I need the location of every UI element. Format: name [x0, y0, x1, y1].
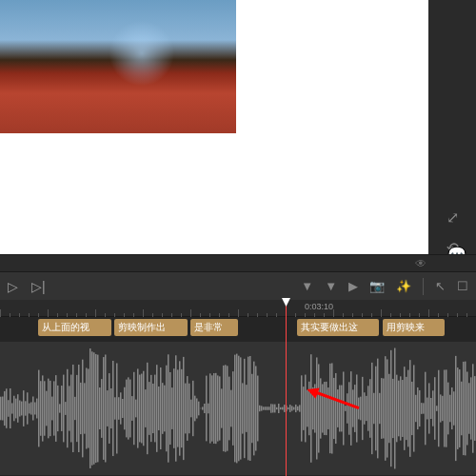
svg-rect-140	[267, 407, 268, 410]
visibility-icon[interactable]: 👁	[415, 257, 426, 270]
playhead[interactable]	[286, 300, 287, 476]
svg-rect-21	[40, 381, 42, 436]
effects-icon[interactable]: ✨	[396, 279, 411, 293]
svg-rect-201	[383, 379, 385, 439]
svg-rect-246	[468, 383, 470, 434]
svg-rect-147	[280, 407, 282, 409]
marker-down-icon[interactable]: ▼	[301, 279, 313, 293]
svg-rect-175	[333, 378, 335, 439]
svg-rect-197	[375, 367, 377, 451]
svg-rect-141	[268, 407, 270, 409]
svg-rect-151	[288, 407, 289, 409]
svg-rect-163	[310, 354, 312, 463]
subtitle-clip[interactable]: 是非常	[190, 319, 238, 336]
svg-rect-167	[318, 364, 320, 452]
svg-rect-28	[53, 381, 55, 435]
svg-rect-120	[228, 377, 230, 441]
svg-rect-138	[263, 407, 265, 409]
svg-rect-60	[114, 397, 116, 419]
subtitle-clip[interactable]: 其实要做出这	[297, 319, 379, 336]
svg-rect-234	[446, 369, 447, 446]
expand-icon[interactable]: ⤢	[443, 208, 462, 227]
svg-rect-99	[188, 384, 190, 433]
svg-rect-180	[343, 371, 345, 445]
play-controls: ▷ ▷|	[0, 279, 46, 294]
svg-rect-203	[387, 359, 388, 457]
preview-frame	[0, 0, 236, 133]
subtitle-clip[interactable]: 从上面的视	[38, 319, 111, 336]
svg-rect-65	[124, 387, 126, 430]
svg-rect-128	[244, 359, 246, 458]
svg-rect-66	[126, 380, 128, 438]
svg-rect-204	[388, 374, 390, 443]
svg-rect-159	[303, 387, 305, 430]
svg-rect-239	[455, 356, 457, 461]
svg-rect-155	[295, 405, 297, 412]
svg-rect-206	[392, 379, 394, 438]
svg-rect-125	[238, 356, 240, 462]
snapshot-icon[interactable]: 📷	[369, 279, 385, 293]
timeline-area[interactable]: 0:03:10 从上面的视剪映制作出是非常其实要做出这用剪映来	[0, 300, 476, 476]
preview-area	[0, 0, 428, 254]
svg-rect-124	[236, 354, 238, 464]
svg-rect-123	[234, 355, 236, 463]
svg-rect-205	[390, 350, 392, 466]
svg-rect-51	[97, 355, 99, 463]
svg-rect-24	[46, 391, 48, 426]
svg-rect-158	[301, 375, 303, 441]
svg-rect-107	[204, 404, 206, 413]
waveform-track[interactable]	[0, 342, 476, 475]
svg-rect-25	[48, 379, 50, 439]
marker-down2-icon[interactable]: ▼	[325, 279, 337, 293]
subtitle-clip[interactable]: 剪映制作出	[114, 319, 188, 336]
play-button[interactable]: ▷	[8, 279, 18, 294]
svg-rect-144	[274, 405, 276, 413]
svg-rect-127	[242, 383, 244, 433]
svg-rect-91	[173, 368, 175, 448]
svg-rect-62	[118, 397, 120, 420]
svg-rect-242	[461, 382, 463, 435]
svg-rect-48	[91, 351, 93, 465]
svg-rect-134	[255, 366, 257, 450]
svg-rect-237	[451, 387, 453, 429]
svg-rect-5	[10, 388, 11, 428]
annotation-arrow	[314, 390, 362, 393]
svg-rect-233	[444, 369, 446, 446]
svg-rect-240	[457, 367, 459, 449]
svg-rect-11	[21, 402, 23, 416]
svg-rect-61	[116, 364, 118, 454]
edit-tool-icon[interactable]: ☐	[457, 279, 468, 293]
svg-rect-92	[175, 355, 177, 461]
marker-right-icon[interactable]: ▶	[348, 279, 358, 293]
svg-rect-146	[278, 404, 280, 413]
subtitle-clip[interactable]: 用剪映来	[383, 319, 445, 336]
next-frame-button[interactable]: ▷|	[31, 279, 46, 294]
svg-rect-42	[80, 383, 82, 434]
svg-rect-166	[316, 357, 318, 459]
svg-rect-44	[84, 383, 86, 433]
svg-rect-45	[86, 367, 88, 448]
svg-rect-8	[15, 399, 17, 419]
svg-rect-213	[406, 377, 407, 440]
mid-bar: 👁	[0, 254, 476, 271]
svg-rect-67	[128, 377, 129, 439]
svg-rect-83	[158, 387, 160, 430]
svg-rect-148	[282, 407, 284, 410]
svg-rect-49	[93, 352, 95, 465]
svg-rect-26	[50, 381, 51, 436]
svg-rect-98	[187, 376, 188, 441]
svg-rect-248	[472, 364, 474, 452]
svg-rect-47	[89, 348, 91, 468]
svg-rect-117	[223, 366, 225, 451]
clips-track[interactable]: 从上面的视剪映制作出是非常其实要做出这用剪映来	[0, 319, 476, 338]
select-tool-icon[interactable]: ↖	[435, 279, 446, 293]
svg-rect-236	[449, 395, 451, 423]
svg-rect-129	[246, 385, 248, 432]
svg-rect-220	[419, 390, 421, 426]
svg-rect-182	[347, 393, 348, 424]
time-ruler[interactable]: 0:03:10	[0, 300, 476, 317]
svg-rect-109	[208, 404, 209, 414]
svg-rect-118	[225, 365, 227, 451]
svg-rect-202	[385, 356, 387, 461]
svg-rect-95	[181, 369, 183, 447]
